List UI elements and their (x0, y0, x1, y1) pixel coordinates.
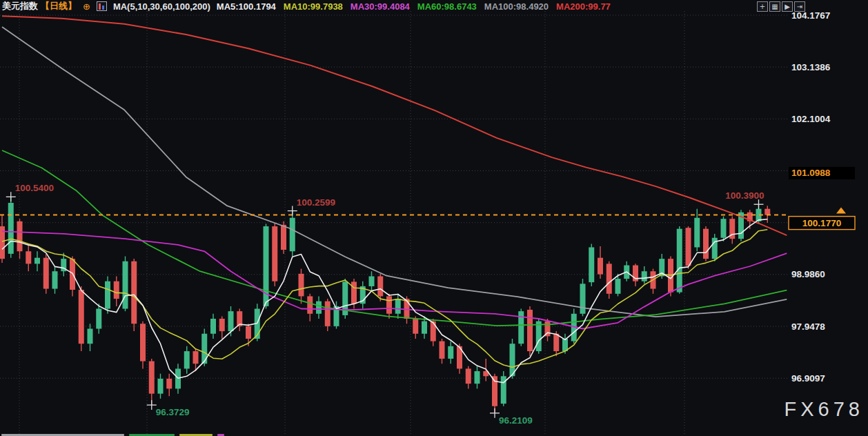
candlestick[interactable] (52, 271, 58, 288)
ma30-value: MA30:99.4084 (351, 1, 410, 12)
chart-play-icon[interactable]: ▶ (782, 1, 793, 12)
candlestick[interactable] (228, 311, 234, 331)
candlestick[interactable] (580, 284, 586, 313)
axis-label: 101.0988 (791, 168, 831, 178)
candlestick[interactable] (131, 261, 137, 324)
candlestick[interactable] (440, 341, 445, 359)
price-annotation: 100.5400 (15, 183, 54, 193)
axis-label: 97.9478 (791, 321, 825, 332)
candlestick[interactable] (114, 281, 119, 299)
candlestick[interactable] (158, 379, 164, 394)
candlestick[interactable] (677, 229, 682, 293)
candlestick[interactable] (475, 371, 480, 384)
candlestick[interactable] (140, 324, 146, 361)
crosshair-icon[interactable]: + (757, 1, 768, 12)
candlestick[interactable] (246, 326, 251, 339)
candlestick[interactable] (606, 264, 612, 293)
candlestick[interactable] (703, 229, 709, 259)
candlestick[interactable] (413, 319, 418, 334)
candlestick[interactable] (325, 301, 331, 326)
chart-type-icon[interactable] (97, 1, 107, 11)
ma-group-label: MA(5,10,30,60,100,200) (113, 1, 210, 12)
candlestick[interactable] (8, 203, 14, 254)
candlestick[interactable] (316, 301, 322, 314)
candlestick[interactable] (307, 296, 313, 313)
price-annotation: 96.2109 (499, 415, 533, 426)
candlestick[interactable] (642, 271, 647, 281)
ma200-value: MA200:99.77 (556, 1, 611, 12)
candlestick[interactable] (149, 361, 155, 394)
candlestick[interactable] (615, 279, 621, 294)
axis-label: 98.9860 (791, 269, 825, 279)
candlestick[interactable] (290, 218, 295, 252)
candlestick[interactable] (686, 228, 691, 266)
candlestick[interactable] (422, 321, 427, 334)
candlestick[interactable] (26, 251, 31, 264)
axis-label: 103.1386 (791, 62, 831, 72)
candlestick[interactable] (123, 261, 128, 309)
candlestick[interactable] (466, 368, 471, 384)
candlestick[interactable] (431, 321, 436, 341)
candlestick[interactable] (448, 346, 453, 359)
candlestick[interactable] (88, 328, 93, 344)
candlestick[interactable] (219, 319, 225, 331)
candlestick[interactable] (351, 281, 357, 304)
axis-label: 100.1770 (802, 218, 841, 228)
candlestick[interactable] (34, 258, 40, 264)
candlestick[interactable] (721, 219, 727, 238)
axis-label: 102.1004 (791, 114, 831, 124)
candlestick[interactable] (79, 290, 84, 344)
candlestick[interactable] (299, 274, 304, 297)
candlestick[interactable] (553, 334, 559, 351)
candlestick[interactable] (536, 321, 542, 351)
symbol-name: 美元指数 (2, 0, 38, 12)
ma10-value: MA10:99.7938 (284, 1, 343, 12)
candlestick[interactable] (96, 309, 101, 329)
chart-background (0, 0, 868, 436)
candlestick[interactable] (369, 276, 375, 286)
candlestick[interactable] (386, 296, 392, 313)
candlestick[interactable] (184, 351, 190, 368)
candlestick[interactable] (527, 310, 533, 351)
candlestick[interactable] (105, 281, 110, 309)
ma60-value: MA60:98.6743 (417, 1, 477, 12)
candlestick[interactable] (598, 258, 603, 275)
timeframe-label[interactable]: 【日线】 (41, 0, 77, 12)
candlestick[interactable] (272, 226, 277, 281)
chart-header: 美元指数 【日线】 ⊕ MA(5,10,30,60,100,200) MA5:1… (2, 1, 611, 12)
candlestick[interactable] (589, 247, 594, 282)
chart-axis-icon[interactable]: ▦ (769, 1, 780, 12)
add-indicator-icon[interactable]: ⊕ (83, 1, 90, 12)
candlestick[interactable] (765, 209, 770, 215)
axis-label: 96.9097 (791, 373, 825, 384)
candlestick[interactable] (166, 379, 172, 388)
truncated-indicator-row (1, 433, 224, 436)
candlestick[interactable] (43, 258, 49, 289)
chart-app: 100.5400100.2599100.390096.372996.210910… (0, 0, 868, 436)
candlestick[interactable] (694, 218, 700, 248)
candlestick[interactable] (281, 225, 286, 250)
price-annotation: 100.2599 (297, 197, 335, 208)
export-icon[interactable]: ⇥ (794, 1, 805, 12)
ma-values: MA5:100.1794MA10:99.7938MA30:99.4084MA60… (217, 1, 611, 12)
candlestick[interactable] (395, 299, 401, 314)
candlestick-chart[interactable]: 100.5400100.2599100.390096.372996.210910… (0, 0, 868, 436)
price-annotation: 100.3900 (725, 190, 764, 201)
candlestick[interactable] (17, 221, 23, 251)
candlestick[interactable] (210, 319, 216, 334)
chart-toolbar: +▦▶⇥ (757, 1, 805, 12)
ma5-value: MA5:100.1794 (217, 1, 276, 12)
watermark: FX678 (785, 398, 864, 421)
ma100-value: MA100:98.4920 (484, 1, 549, 12)
candlestick[interactable] (377, 276, 383, 296)
price-annotation: 96.3729 (156, 407, 190, 417)
candlestick[interactable] (193, 351, 199, 364)
